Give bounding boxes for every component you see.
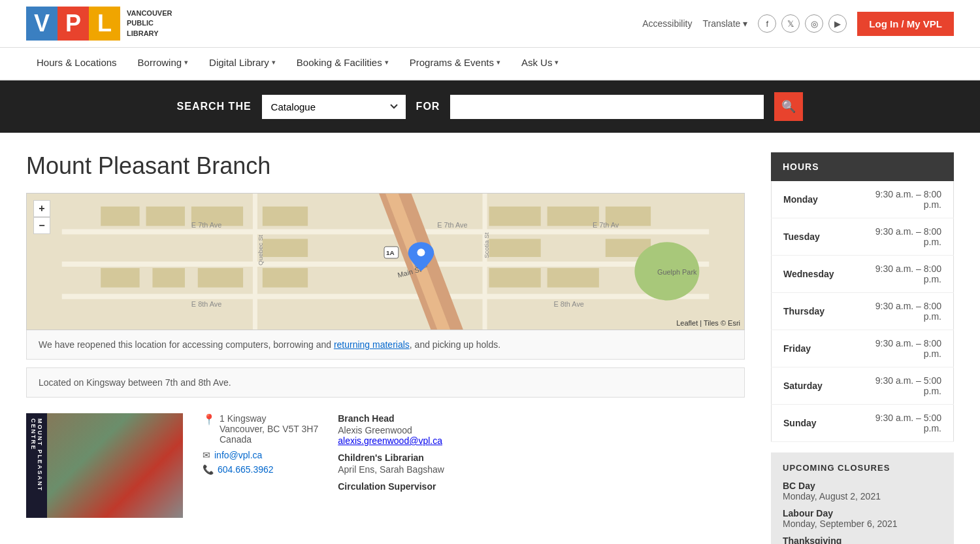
main-nav: Hours & Locations Borrowing ▾ Digital Li… — [0, 48, 980, 80]
hours-time: 9:30 a.m. – 5:00 p.m. — [846, 405, 954, 442]
svg-rect-9 — [101, 268, 139, 288]
hours-row: Wednesday9:30 a.m. – 8:00 p.m. — [772, 256, 954, 293]
map-container: + − — [26, 193, 745, 330]
map-zoom-controls: + − — [33, 200, 50, 234]
svg-rect-2 — [62, 262, 709, 267]
search-the-label: SEARCH THE — [177, 101, 252, 112]
reopen-notice: We have reopened this location for acces… — [26, 330, 745, 360]
nav-item-digital-library[interactable]: Digital Library ▾ — [199, 47, 286, 80]
nav-item-booking[interactable]: Booking & Facilities ▾ — [286, 47, 399, 80]
svg-text:E 8th Ave: E 8th Ave — [554, 300, 584, 308]
hours-time: 9:30 a.m. – 5:00 p.m. — [846, 367, 954, 405]
phone-row: 📞 604.665.3962 — [203, 464, 318, 475]
content-left: Mount Pleasant Branch + − — [26, 152, 745, 544]
svg-rect-21 — [547, 268, 599, 288]
nav-item-borrowing[interactable]: Borrowing ▾ — [127, 47, 199, 80]
reopen-text2: , and picking up holds. — [410, 339, 500, 350]
hours-time: 9:30 a.m. – 8:00 p.m. — [846, 256, 954, 293]
search-input[interactable] — [450, 95, 764, 119]
zoom-in-button[interactable]: + — [33, 200, 50, 217]
hours-row: Sunday9:30 a.m. – 5:00 p.m. — [772, 405, 954, 442]
zoom-out-button[interactable]: − — [33, 217, 50, 234]
accessibility-link[interactable]: Accessibility — [642, 18, 692, 29]
closure-name: Thanksgiving — [783, 536, 942, 544]
closure-name: BC Day — [783, 481, 942, 491]
hours-time: 9:30 a.m. – 8:00 p.m. — [846, 293, 954, 330]
logo-text: VANCOUVERPUBLICLIBRARY — [127, 8, 172, 39]
svg-text:E 7th Ave: E 7th Ave — [191, 221, 221, 229]
nav-arrow-borrowing: ▾ — [184, 58, 188, 67]
map-attribution-text: Leaflet | Tiles © Esri — [676, 319, 740, 327]
translate-label: Translate — [702, 18, 740, 29]
hours-row: Monday9:30 a.m. – 8:00 p.m. — [772, 181, 954, 218]
nav-arrow-booking: ▾ — [385, 58, 389, 67]
svg-text:Guelph Park: Guelph Park — [657, 268, 697, 276]
address-text: 1 Kingsway Vancouver, BC V5T 3H7 Canada — [220, 413, 318, 445]
closure-date: Monday, September 6, 2021 — [783, 518, 942, 529]
header: V P L VANCOUVERPUBLICLIBRARY Accessibili… — [0, 0, 980, 48]
svg-rect-1 — [62, 229, 709, 234]
hours-table: Monday9:30 a.m. – 8:00 p.m.Tuesday9:30 a… — [771, 181, 954, 442]
svg-text:Quebec St: Quebec St — [257, 235, 264, 265]
branch-head-name: Alexis Greenwood — [338, 425, 444, 435]
search-button[interactable]: 🔍 — [774, 92, 803, 121]
svg-rect-19 — [489, 268, 540, 288]
svg-rect-18 — [489, 239, 540, 257]
pin-icon: 📍 — [203, 413, 216, 426]
location-description: Located on Kingsway between 7th and 8th … — [26, 367, 745, 398]
catalogue-select[interactable]: Catalogue Website Events — [262, 95, 406, 119]
closure-item: ThanksgivingMonday, October 11, 2021 — [783, 536, 942, 544]
returning-materials-link[interactable]: returning materials — [334, 339, 410, 350]
svg-rect-20 — [547, 207, 599, 226]
closure-item: BC DayMonday, August 2, 2021 — [783, 481, 942, 502]
closure-name: Labour Day — [783, 508, 942, 518]
phone-icon: 📞 — [203, 464, 214, 475]
svg-rect-15 — [263, 239, 308, 257]
nav-arrow-digital: ▾ — [272, 58, 276, 67]
social-icons-group: f 𝕏 ◎ ▶ — [758, 14, 847, 33]
hours-row: Friday9:30 a.m. – 8:00 p.m. — [772, 330, 954, 367]
svg-rect-7 — [483, 194, 487, 330]
location-text: Located on Kingsway between 7th and 8th … — [39, 377, 231, 388]
sidebar: HOURS Monday9:30 a.m. – 8:00 p.m.Tuesday… — [771, 152, 954, 544]
branch-head-email[interactable]: alexis.greenwood@vpl.ca — [338, 435, 442, 446]
svg-rect-13 — [198, 268, 243, 288]
email-row: ✉ info@vpl.ca — [203, 450, 318, 460]
login-button[interactable]: Log In / My VPL — [857, 12, 954, 36]
branch-head-role: Branch Head — [338, 413, 444, 424]
main-content: Mount Pleasant Branch + − — [0, 133, 980, 544]
page-title: Mount Pleasant Branch — [26, 152, 745, 180]
svg-rect-10 — [146, 207, 185, 226]
nav-item-ask[interactable]: Ask Us ▾ — [511, 47, 570, 80]
svg-rect-16 — [263, 268, 308, 288]
phone-link[interactable]: 604.665.3962 — [218, 464, 274, 475]
email-link[interactable]: info@vpl.ca — [214, 450, 262, 460]
logo-area: V P L VANCOUVERPUBLICLIBRARY — [26, 7, 172, 41]
reopen-text: We have reopened this location for acces… — [39, 339, 334, 350]
nav-label-booking: Booking & Facilities — [297, 57, 382, 68]
search-icon: 🔍 — [781, 99, 796, 114]
svg-text:Scotia St: Scotia St — [483, 232, 490, 258]
hours-day: Saturday — [772, 367, 846, 405]
svg-text:E 7th Ave: E 7th Ave — [437, 221, 467, 229]
children-librarian-name: April Ens, Sarah Bagshaw — [338, 464, 444, 475]
translate-button[interactable]: Translate ▾ — [702, 18, 747, 29]
branch-info: MOUNT PLEASANT CENTRE 📍 1 Kingsway Vanco… — [26, 413, 745, 518]
nav-label-programs: Programs & Events — [410, 57, 494, 68]
nav-arrow-ask: ▾ — [555, 58, 559, 67]
logo-p: P — [57, 7, 89, 41]
youtube-icon[interactable]: ▶ — [828, 14, 847, 33]
address-line3: Canada — [220, 434, 318, 445]
email-icon: ✉ — [203, 450, 210, 460]
instagram-icon[interactable]: ◎ — [805, 14, 823, 33]
twitter-icon[interactable]: 𝕏 — [781, 14, 800, 33]
hours-time: 9:30 a.m. – 8:00 p.m. — [846, 218, 954, 256]
address-line1: 1 Kingsway — [220, 413, 318, 424]
nav-item-hours-locations[interactable]: Hours & Locations — [26, 47, 127, 80]
closures-header: UPCOMING CLOSURES — [783, 463, 942, 473]
branch-address-block: 📍 1 Kingsway Vancouver, BC V5T 3H7 Canad… — [203, 413, 318, 518]
nav-item-programs[interactable]: Programs & Events ▾ — [399, 47, 511, 80]
facebook-icon[interactable]: f — [758, 14, 776, 33]
branch-photo-inner: MOUNT PLEASANT CENTRE — [26, 413, 183, 518]
hours-row: Tuesday9:30 a.m. – 8:00 p.m. — [772, 218, 954, 256]
